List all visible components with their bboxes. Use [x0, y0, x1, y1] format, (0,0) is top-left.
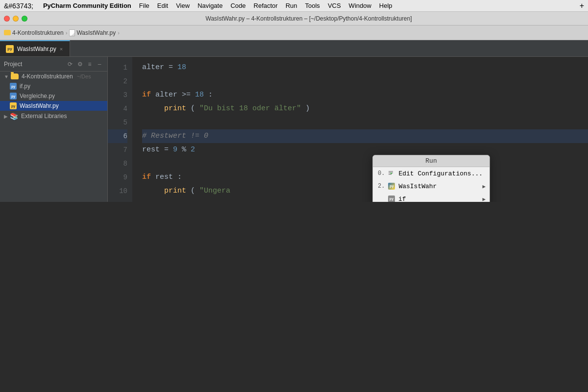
py-icon-vergleiche: py: [10, 93, 17, 99]
file-icon: [69, 29, 75, 36]
svg-rect-0: [389, 171, 393, 172]
window-title: WasIstWahr.py – 4-Kontrollstrukturen – […: [33, 15, 584, 22]
sidebar: Project ⟳ ⚙ ≡ – ▼ 4-Kontrollstrukturen ~…: [0, 57, 108, 202]
if-run-icon: py: [388, 195, 395, 202]
str-du-bist: "Du bist 18 oder älter": [199, 104, 301, 113]
var-alter: alter: [142, 63, 164, 72]
tab-close-button[interactable]: ×: [59, 46, 64, 52]
op-eq: =: [169, 63, 177, 72]
menu-edit[interactable]: Edit: [157, 2, 168, 9]
menu-tools[interactable]: Tools: [305, 2, 320, 9]
num-18-2: 18: [195, 91, 204, 99]
breadcrumb-folder[interactable]: 4-Kontrollstrukturen: [4, 29, 64, 36]
folder-icon: [4, 30, 11, 35]
maximize-button[interactable]: [22, 16, 27, 22]
code-lines: alter = 18 if alter >= 18 :: [132, 57, 588, 202]
kw-if1: if: [142, 91, 151, 99]
tree-arrow-right: ▶: [4, 114, 8, 119]
breadcrumb-file[interactable]: WasIstWahr.py: [69, 29, 116, 36]
menu-vcs[interactable]: VCS: [328, 2, 341, 9]
fn-print1: print: [164, 104, 186, 113]
context-menu-item-if[interactable]: py if ▶: [373, 193, 490, 202]
code-line-6: # Restwert != 0: [142, 129, 588, 143]
indent-spaces-2: [142, 187, 160, 195]
line-num-5: 5: [108, 116, 127, 129]
apple-menu[interactable]: &#63743;: [4, 2, 33, 10]
add-icon[interactable]: +: [580, 1, 584, 10]
item-num-0: 0.: [378, 170, 385, 177]
code-content: 1 2 3 4 5 6 7 8 9 10 alter =: [108, 57, 588, 202]
sidebar-item-root-folder[interactable]: ▼ 4-Kontrollstrukturen ~/Des: [0, 72, 107, 81]
close-button[interactable]: [4, 16, 10, 22]
sidebar-header: Project ⟳ ⚙ ≡ –: [0, 57, 107, 72]
sidebar-item-vergleiche[interactable]: py Vergleiche.py: [0, 91, 107, 101]
line-num-2: 2: [108, 74, 127, 88]
breadcrumb-file-label: WasIstWahr.py: [76, 29, 116, 36]
paren-open1: (: [191, 104, 195, 113]
external-libraries-label: External Libraries: [21, 113, 67, 120]
breadcrumb-end: ›: [118, 30, 120, 36]
menu-window[interactable]: Window: [349, 2, 371, 9]
line-num-4: 4: [108, 102, 127, 116]
line-num-7: 7: [108, 143, 127, 157]
menu-view[interactable]: View: [176, 2, 190, 9]
sidebar-item-external[interactable]: ▶ 📚 External Libraries: [0, 111, 107, 122]
py-icon-wasistwahr: py: [10, 102, 17, 109]
py-icon: py: [10, 83, 17, 90]
line-num-1: 1: [108, 61, 127, 74]
title-bar: WasIstWahr.py – 4-Kontrollstrukturen – […: [0, 12, 588, 25]
code-editor[interactable]: 1 2 3 4 5 6 7 8 9 10 alter =: [108, 57, 588, 202]
comment-restwert: # Restwert != 0: [142, 132, 208, 140]
menu-help[interactable]: Help: [379, 2, 392, 9]
code-line-9: if rest :: [142, 171, 588, 184]
sync-icon[interactable]: ⟳: [66, 60, 74, 68]
var-rest: rest: [142, 146, 160, 154]
minimize-button[interactable]: [13, 16, 19, 22]
library-icon: 📚: [10, 112, 18, 120]
op-colon1: :: [208, 91, 213, 99]
tab-label: WasIstWahr.py: [17, 46, 56, 52]
menu-file[interactable]: File: [139, 2, 149, 9]
code-line-1: alter = 18: [142, 61, 588, 74]
edit-config-icon: [388, 170, 395, 177]
line-num-3: 3: [108, 88, 127, 102]
breadcrumb: 4-Kontrollstrukturen › WasIstWahr.py ›: [4, 29, 120, 36]
context-menu: Run 0. Edit Configurations...: [372, 155, 490, 202]
file-label-if: if.py: [20, 83, 30, 90]
tab-wasistwahr[interactable]: py WasIstWahr.py ×: [0, 40, 70, 56]
menu-icon[interactable]: ≡: [86, 60, 94, 68]
op-colon2: :: [177, 173, 182, 181]
menu-navigate[interactable]: Navigate: [197, 2, 222, 9]
file-label-vergleiche: Vergleiche.py: [20, 93, 55, 99]
line-num-8: 8: [108, 157, 127, 171]
op-mod: %: [182, 146, 191, 154]
context-menu-header: Run: [373, 155, 490, 167]
item-num-2: 2.: [378, 183, 385, 190]
sidebar-item-wasistwahr[interactable]: py WasIstWahr.py: [0, 101, 107, 111]
menu-run[interactable]: Run: [286, 2, 297, 9]
app-name: PyCharm Community Edition: [43, 2, 131, 9]
kw-if2: if: [142, 173, 151, 181]
file-label-wasistwahr: WasIstWahr.py: [20, 102, 59, 109]
indent-spaces-1: [142, 104, 160, 113]
var-rest2: rest: [155, 173, 173, 181]
context-menu-item-edit-config[interactable]: 0. Edit Configurations...: [373, 167, 490, 180]
paren-close1: ): [305, 104, 310, 113]
menu-refactor[interactable]: Refactor: [254, 2, 278, 9]
sidebar-icons: ⟳ ⚙ ≡ –: [66, 60, 103, 68]
sidebar-item-if[interactable]: py if.py: [0, 81, 107, 91]
line-num-6: 6: [108, 129, 127, 143]
menu-code[interactable]: Code: [230, 2, 245, 9]
settings-icon[interactable]: ⚙: [76, 60, 84, 68]
code-line-7: rest = 9 % 2: [142, 143, 588, 157]
tab-bar: py WasIstWahr.py ×: [0, 40, 588, 57]
folder-label: 4-Kontrollstrukturen: [22, 73, 73, 80]
str-ungera: "Ungera: [199, 187, 230, 195]
var-alter2: alter: [155, 91, 182, 99]
code-line-3: if alter >= 18 :: [142, 88, 588, 102]
code-line-5: [142, 116, 588, 129]
paren-open2: (: [191, 187, 195, 195]
context-menu-item-wasistwahr[interactable]: 2. py WasIstWahr ▶: [373, 180, 490, 193]
editor-area: Project ⟳ ⚙ ≡ – ▼ 4-Kontrollstrukturen ~…: [0, 57, 588, 202]
collapse-icon[interactable]: –: [96, 60, 103, 68]
